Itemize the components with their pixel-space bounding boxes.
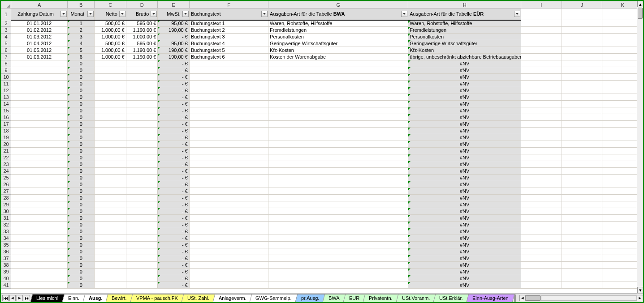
cell[interactable] bbox=[11, 101, 68, 107]
sheet-tab[interactable]: Lies mich! bbox=[30, 294, 65, 302]
cell[interactable] bbox=[126, 188, 157, 195]
cell[interactable] bbox=[11, 188, 68, 195]
cell[interactable]: 0 bbox=[68, 195, 95, 201]
col-header-F[interactable]: F bbox=[189, 1, 268, 9]
cell[interactable] bbox=[189, 235, 268, 242]
cell[interactable]: 0 bbox=[68, 148, 95, 154]
cell[interactable] bbox=[521, 175, 562, 181]
cell[interactable]: 1.000,00 € bbox=[95, 47, 126, 54]
cell[interactable] bbox=[521, 60, 562, 67]
cell[interactable] bbox=[562, 248, 602, 255]
cell[interactable] bbox=[562, 201, 602, 208]
cell[interactable] bbox=[126, 94, 157, 101]
cell[interactable] bbox=[126, 148, 157, 154]
cell[interactable]: - € bbox=[158, 168, 189, 175]
cell[interactable]: 3 bbox=[68, 34, 95, 40]
cell[interactable]: #NV bbox=[408, 269, 521, 275]
sheet-tab[interactable]: Bewirt. bbox=[106, 294, 133, 302]
filter-dropdown-icon[interactable] bbox=[401, 11, 407, 17]
cell[interactable] bbox=[95, 262, 126, 269]
cell[interactable] bbox=[562, 121, 602, 128]
cell[interactable]: - € bbox=[158, 242, 189, 248]
cell[interactable] bbox=[126, 121, 157, 128]
cell[interactable]: #NV bbox=[408, 148, 521, 154]
cell[interactable] bbox=[11, 222, 68, 228]
cell[interactable] bbox=[521, 20, 562, 27]
scroll-up-icon[interactable]: ▴ bbox=[637, 1, 643, 7]
cell[interactable] bbox=[521, 107, 562, 114]
cell[interactable] bbox=[126, 215, 157, 222]
cell[interactable]: #NV bbox=[408, 154, 521, 161]
row-header[interactable]: 2 bbox=[1, 20, 11, 27]
cell[interactable] bbox=[521, 282, 562, 289]
cell[interactable]: 1.190,00 € bbox=[126, 27, 157, 34]
row-header[interactable]: 38 bbox=[1, 262, 11, 269]
cell[interactable]: Buchungstext 4 bbox=[189, 40, 268, 47]
cell[interactable]: - € bbox=[158, 222, 189, 228]
cell[interactable]: #NV bbox=[408, 81, 521, 87]
cell[interactable] bbox=[95, 275, 126, 282]
cell[interactable] bbox=[562, 60, 602, 67]
cell[interactable] bbox=[521, 101, 562, 107]
row-header[interactable]: 31 bbox=[1, 215, 11, 222]
cell[interactable] bbox=[95, 101, 126, 107]
cell[interactable]: Kfz-Kosten bbox=[408, 47, 521, 54]
cell[interactable]: 1.190,00 € bbox=[126, 47, 157, 54]
cell[interactable]: 0 bbox=[68, 275, 95, 282]
col-header-J[interactable]: J bbox=[562, 1, 602, 9]
cell[interactable] bbox=[126, 195, 157, 201]
cell[interactable] bbox=[562, 134, 602, 141]
cell[interactable]: 0 bbox=[68, 235, 95, 242]
cell[interactable]: #NV bbox=[408, 121, 521, 128]
cell[interactable] bbox=[126, 275, 157, 282]
cell[interactable]: 0 bbox=[68, 67, 95, 74]
cell[interactable]: Kosten der Warenabgabe bbox=[268, 54, 408, 60]
cell[interactable] bbox=[521, 195, 562, 201]
cell[interactable] bbox=[268, 81, 408, 87]
cell[interactable] bbox=[11, 94, 68, 101]
cell[interactable] bbox=[268, 60, 408, 67]
cell[interactable] bbox=[95, 222, 126, 228]
cell[interactable] bbox=[95, 242, 126, 248]
cell[interactable] bbox=[521, 87, 562, 94]
cell[interactable] bbox=[189, 107, 268, 114]
cell[interactable] bbox=[189, 67, 268, 74]
cell[interactable] bbox=[126, 161, 157, 168]
cell[interactable] bbox=[562, 128, 602, 134]
cell[interactable] bbox=[521, 74, 562, 81]
cell[interactable]: Personalkosten bbox=[268, 34, 408, 40]
cell[interactable] bbox=[189, 188, 268, 195]
cell[interactable] bbox=[189, 148, 268, 154]
cell[interactable]: #NV bbox=[408, 101, 521, 107]
cell[interactable] bbox=[11, 208, 68, 215]
row-header[interactable]: 20 bbox=[1, 141, 11, 148]
cell[interactable]: - € bbox=[158, 74, 189, 81]
cell[interactable] bbox=[521, 269, 562, 275]
cell[interactable] bbox=[521, 128, 562, 134]
cell[interactable]: 0 bbox=[68, 121, 95, 128]
cell[interactable]: 2 bbox=[68, 27, 95, 34]
cell[interactable] bbox=[562, 154, 602, 161]
cell[interactable] bbox=[268, 235, 408, 242]
row-header[interactable]: 26 bbox=[1, 181, 11, 188]
vscroll-thumb[interactable] bbox=[638, 8, 643, 19]
cell[interactable] bbox=[521, 94, 562, 101]
cell[interactable]: 1.000,00 € bbox=[95, 27, 126, 34]
cell[interactable] bbox=[11, 275, 68, 282]
cell[interactable] bbox=[562, 67, 602, 74]
cell[interactable] bbox=[268, 262, 408, 269]
cell[interactable]: - € bbox=[158, 60, 189, 67]
cell[interactable]: - € bbox=[158, 134, 189, 141]
cell[interactable]: #NV bbox=[408, 208, 521, 215]
cell[interactable] bbox=[189, 275, 268, 282]
cell[interactable] bbox=[95, 215, 126, 222]
cell[interactable]: 0 bbox=[68, 255, 95, 262]
cell[interactable] bbox=[11, 87, 68, 94]
cell[interactable]: - € bbox=[158, 201, 189, 208]
cell[interactable] bbox=[95, 208, 126, 215]
cell[interactable] bbox=[95, 255, 126, 262]
sheet-tab[interactable]: Privatentn. bbox=[363, 294, 398, 302]
cell[interactable] bbox=[189, 228, 268, 235]
cell[interactable] bbox=[268, 228, 408, 235]
cell[interactable] bbox=[189, 181, 268, 188]
